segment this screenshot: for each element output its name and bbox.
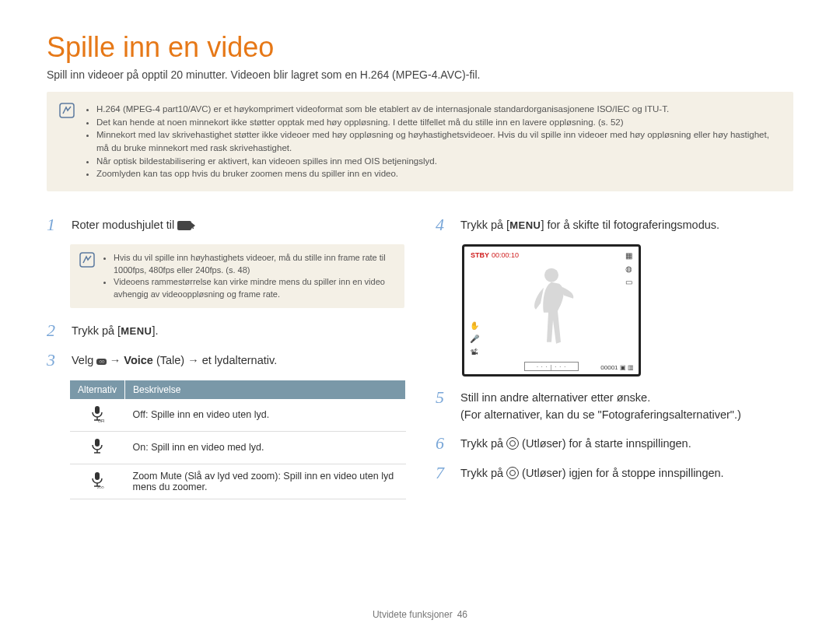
step-5-text-a: Still inn andre alternativer etter ønske… <box>460 390 741 407</box>
step-text: Roter modushjulet til . <box>72 215 194 235</box>
cam-stby: STBY00:00:10 <box>471 251 519 259</box>
cam-icon: 📽 <box>469 348 480 357</box>
table-cell: Off: Spille inn en video uten lyd. <box>125 399 406 432</box>
svg-rect-1 <box>80 253 94 267</box>
footer-page: 46 <box>457 609 467 620</box>
step-3-text-a: Velg <box>72 354 96 366</box>
mic-off-icon: OFF <box>70 399 125 432</box>
table-row: ZOOM Zoom Mute (Slå av lyd ved zoom): Sp… <box>70 464 406 499</box>
step-2-text-b: ]. <box>152 324 158 337</box>
top-note-item: Zoomlyden kan tas opp hvis du bruker zoo… <box>96 167 781 180</box>
cam-right-icons: ▦ ◍ ▭ <box>623 251 634 287</box>
video-mode-icon <box>177 221 191 230</box>
top-note-item: Når optisk bildestabilisering er aktiver… <box>96 155 781 168</box>
cam-memory-icon: ▣ <box>620 364 626 371</box>
voice-bold: Voice <box>124 354 153 366</box>
top-note-item: Minnekort med lav skrivehastighet støtte… <box>96 128 781 154</box>
step-1-text-a: Roter modushjulet til <box>72 219 177 231</box>
step-2: 2 Trykk på [MENU]. <box>47 321 404 341</box>
cam-time: 00:00:10 <box>492 251 519 259</box>
step-3-text-b: et lydalternativ. <box>202 354 277 366</box>
svg-point-13 <box>544 268 558 282</box>
mic-zoom-icon: ZOOM <box>70 464 125 499</box>
opt-bold: On <box>133 442 146 453</box>
step-text: Velg → Voice (Tale) → et lydalternativ. <box>72 350 277 370</box>
step-1: 1 Roter modushjulet til . <box>47 215 404 235</box>
table-row: On: Spill inn en video med lyd. <box>70 431 406 464</box>
svg-rect-6 <box>95 439 100 447</box>
svg-text:ZOOM: ZOOM <box>97 485 104 489</box>
step-text: Trykk på (Utløser) igjen for å stoppe in… <box>460 463 724 483</box>
mic-on-icon <box>70 431 125 464</box>
top-note-item: Det kan hende at noen minnekort ikke stø… <box>96 116 781 129</box>
step-7-text-b: (Utløser) igjen for å stoppe innspilling… <box>519 467 724 479</box>
video-menu-icon <box>96 359 106 365</box>
arrow: → <box>107 354 124 366</box>
table-header-alternativ: Alternativ <box>70 380 125 399</box>
step-number: 2 <box>47 321 64 341</box>
step-3: 3 Velg → Voice (Tale) → et lydalternativ… <box>47 350 404 370</box>
table-header-beskrivelse: Beskrivelse <box>125 380 406 399</box>
step-text: Still inn andre alternativer etter ønske… <box>460 387 741 424</box>
step-6-text-a: Trykk på <box>460 437 506 450</box>
step-number: 3 <box>47 350 64 370</box>
shutter-icon <box>506 467 519 479</box>
step-text: Trykk på [MENU] for å skifte til fotogra… <box>460 215 719 235</box>
menu-label: MENU <box>509 219 541 231</box>
options-table: Alternativ Beskrivelse OFF Off: Spille i… <box>70 380 406 499</box>
cam-icon: ✋ <box>469 321 480 331</box>
step-text: Trykk på (Utløser) for å starte innspill… <box>460 433 691 454</box>
svg-rect-0 <box>60 103 74 117</box>
page-title: Spille inn en video <box>47 31 793 64</box>
voice-paren: (Tale) <box>153 354 184 366</box>
top-note-box: H.264 (MPEG-4 part10/AVC) er et høykompr… <box>47 92 793 191</box>
table-row: OFF Off: Spille inn en video uten lyd. <box>70 399 406 432</box>
step-7-text-a: Trykk på <box>460 467 506 479</box>
step-5: 5 Still inn andre alternativer etter øns… <box>436 387 793 424</box>
cam-left-icons: ✋ 🎤 📽 <box>469 321 480 357</box>
table-cell: Zoom Mute (Slå av lyd ved zoom): Spill i… <box>125 464 406 499</box>
step-text: Trykk på [MENU]. <box>72 321 158 341</box>
cam-figure <box>520 264 583 353</box>
step-2-text-a: Trykk på [ <box>72 324 121 337</box>
step-4-text-a: Trykk på [ <box>460 219 509 231</box>
cam-counter-value: 00001 <box>600 364 618 371</box>
step-7: 7 Trykk på (Utløser) igjen for å stoppe … <box>436 463 793 483</box>
cam-icon: ▭ <box>623 278 634 287</box>
cam-exposure-bar: · · · | · · · <box>524 362 579 371</box>
step-4-text-b: ] for å skifte til fotograferingsmodus. <box>541 219 719 231</box>
step-6-text-b: (Utløser) for å starte innspillingen. <box>519 437 691 450</box>
cam-icon: 🎤 <box>469 335 480 344</box>
step-1-note-item: Hvis du vil spille inn høyhastighets vid… <box>114 252 395 276</box>
step-number: 1 <box>47 215 64 235</box>
svg-rect-9 <box>95 472 100 480</box>
svg-text:OFF: OFF <box>98 419 104 422</box>
page-footer: Utvidete funksjoner46 <box>0 609 840 620</box>
step-1-note-item: Videoens rammestørrelse kan virke mindre… <box>114 276 395 300</box>
step-6: 6 Trykk på (Utløser) for å starte innspi… <box>436 433 793 454</box>
cam-icon: ◍ <box>623 264 634 274</box>
note-icon <box>79 252 95 300</box>
page-subtitle: Spill inn videoer på opptil 20 minutter.… <box>47 68 793 81</box>
cam-stby-label: STBY <box>471 251 489 259</box>
cam-counter: 00001 ▣ ▥ <box>600 364 634 371</box>
note-icon <box>59 103 75 180</box>
footer-section: Utvidete funksjoner <box>373 609 453 620</box>
shutter-icon <box>506 437 519 450</box>
menu-label: MENU <box>121 325 152 337</box>
step-4: 4 Trykk på [MENU] for å skifte til fotog… <box>436 215 793 235</box>
cam-battery-icon: ▥ <box>628 364 634 371</box>
right-column: 4 Trykk på [MENU] for å skifte til fotog… <box>436 215 793 499</box>
opt-text: : Spill inn en video med lyd. <box>145 442 264 453</box>
arrow: → <box>184 354 202 366</box>
step-5-text-b: (For alternativer, kan du se "Fotografer… <box>460 407 741 424</box>
step-number: 5 <box>436 387 453 424</box>
step-number: 7 <box>436 463 453 483</box>
step-number: 6 <box>436 433 453 454</box>
camera-display: STBY00:00:10 ▦ ◍ ▭ ✋ 🎤 📽 · · · | <box>462 244 641 377</box>
opt-bold: Off <box>133 409 145 420</box>
step-number: 4 <box>436 215 453 235</box>
svg-rect-2 <box>95 406 100 414</box>
top-note-list: H.264 (MPEG-4 part10/AVC) er et høykompr… <box>84 103 781 180</box>
cam-icon: ▦ <box>623 251 634 261</box>
